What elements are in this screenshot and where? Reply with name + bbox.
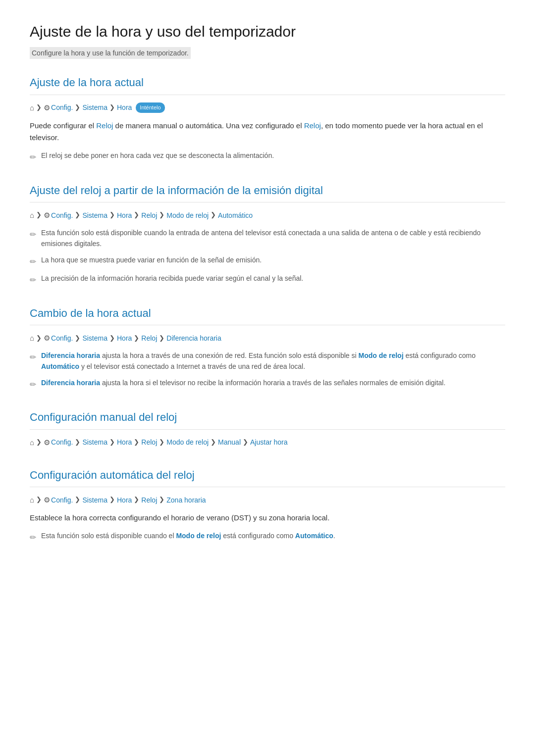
arrow-2-2: ❯ — [75, 210, 80, 220]
pencil-icon-2-3: ✏ — [30, 274, 36, 287]
breadcrumb-4: ⌂ ❯ ⚙ Config. ❯ Sistema ❯ Hora ❯ Reloj ❯… — [30, 437, 505, 449]
note-1-1: ✏ El reloj se debe poner en hora cada ve… — [30, 150, 505, 164]
breadcrumb-hora-1[interactable]: Hora — [117, 102, 132, 113]
breadcrumb-reloj-5[interactable]: Reloj — [141, 495, 157, 505]
note-5-1: ✏ Esta función solo está disponible cuan… — [30, 530, 505, 544]
note-3-2: ✏ Diferencia horaria ajusta la hora si e… — [30, 377, 505, 391]
arrow-4-1: ❯ — [36, 437, 42, 448]
arrow-2-6: ❯ — [211, 210, 216, 220]
breadcrumb-config-4[interactable]: Config. — [51, 437, 73, 448]
pencil-icon-1: ✏ — [30, 151, 36, 164]
arrow-icon-3: ❯ — [109, 102, 115, 113]
breadcrumb-hora-5[interactable]: Hora — [117, 495, 132, 505]
gear-icon-4: ⚙ — [44, 437, 50, 449]
gear-icon-5: ⚙ — [44, 494, 50, 506]
arrow-2-5: ❯ — [159, 210, 164, 220]
home-icon-2: ⌂ — [30, 209, 34, 221]
breadcrumb-manual-4[interactable]: Manual — [218, 437, 241, 448]
pencil-icon-5-1: ✏ — [30, 531, 36, 544]
breadcrumb-ajustar-hora-4[interactable]: Ajustar hora — [250, 437, 287, 448]
arrow-5-1: ❯ — [36, 495, 42, 505]
gear-icon-2: ⚙ — [44, 209, 50, 221]
breadcrumb-config-5[interactable]: Config. — [51, 495, 73, 505]
section-config-automatica-reloj: Configuración automática del reloj ⌂ ❯ ⚙… — [30, 466, 505, 544]
home-icon-4: ⌂ — [30, 437, 34, 449]
breadcrumb-config-2[interactable]: Config. — [51, 210, 73, 221]
arrow-5-2: ❯ — [75, 495, 80, 505]
page-title: Ajuste de la hora y uso del temporizador — [30, 20, 505, 44]
gear-icon-3: ⚙ — [44, 332, 50, 344]
breadcrumb-sistema-2[interactable]: Sistema — [82, 210, 107, 221]
breadcrumb-reloj-2[interactable]: Reloj — [141, 210, 157, 221]
breadcrumb-modo-reloj-2[interactable]: Modo de reloj — [166, 210, 209, 221]
breadcrumb-3: ⌂ ❯ ⚙ Config. ❯ Sistema ❯ Hora ❯ Reloj ❯… — [30, 332, 505, 344]
note-text-2-3: La precisión de la información horaria r… — [41, 273, 505, 284]
home-icon-5: ⌂ — [30, 494, 34, 506]
link-diferencia-2[interactable]: Diferencia horaria — [41, 379, 100, 387]
breadcrumb-reloj-4[interactable]: Reloj — [141, 437, 157, 448]
arrow-4-4: ❯ — [134, 437, 139, 448]
link-automatico-5[interactable]: Automático — [295, 532, 333, 540]
breadcrumb-sistema-5[interactable]: Sistema — [82, 495, 107, 505]
arrow-4-2: ❯ — [75, 437, 80, 448]
breadcrumb-automatico-2[interactable]: Automático — [218, 210, 253, 221]
link-automatico-3[interactable]: Automático — [41, 362, 79, 370]
breadcrumb-sistema-3[interactable]: Sistema — [82, 333, 107, 344]
section-title-2: Ajuste del reloj a partir de la informac… — [30, 182, 505, 202]
arrow-5-5: ❯ — [159, 495, 164, 505]
pencil-icon-3-2: ✏ — [30, 378, 36, 391]
note-text-2-2: La hora que se muestra puede variar en f… — [41, 254, 505, 265]
breadcrumb-5: ⌂ ❯ ⚙ Config. ❯ Sistema ❯ Hora ❯ Reloj ❯… — [30, 494, 505, 506]
body-text-1: Puede configurar el Reloj de manera manu… — [30, 120, 505, 145]
pencil-icon-2-1: ✏ — [30, 228, 36, 241]
note-3-1: ✏ Diferencia horaria ajusta la hora a tr… — [30, 350, 505, 372]
arrow-2-4: ❯ — [134, 210, 139, 220]
section-ajuste-reloj-digital: Ajuste del reloj a partir de la informac… — [30, 182, 505, 287]
arrow-3-2: ❯ — [75, 333, 80, 344]
home-icon-3: ⌂ — [30, 332, 34, 344]
section-title-3: Cambio de la hora actual — [30, 304, 505, 325]
arrow-4-3: ❯ — [109, 437, 115, 448]
arrow-2-3: ❯ — [109, 210, 115, 220]
link-modo-reloj-5[interactable]: Modo de reloj — [176, 532, 221, 540]
note-2-2: ✏ La hora que se muestra puede variar en… — [30, 254, 505, 268]
arrow-icon-2: ❯ — [75, 102, 80, 113]
breadcrumb-2: ⌂ ❯ ⚙ Config. ❯ Sistema ❯ Hora ❯ Reloj ❯… — [30, 209, 505, 221]
section-cambio-hora-actual: Cambio de la hora actual ⌂ ❯ ⚙ Config. ❯… — [30, 304, 505, 391]
breadcrumb-hora-4[interactable]: Hora — [117, 437, 132, 448]
pencil-icon-2-2: ✏ — [30, 255, 36, 268]
section-title-1: Ajuste de la hora actual — [30, 74, 505, 95]
breadcrumb-sistema-1[interactable]: Sistema — [82, 102, 107, 113]
breadcrumb-zona-horaria-5[interactable]: Zona horaria — [166, 495, 206, 505]
note-text-3-2: Diferencia horaria ajusta la hora si el … — [41, 377, 505, 388]
arrow-3-3: ❯ — [109, 333, 115, 344]
section-config-manual-reloj: Configuración manual del reloj ⌂ ❯ ⚙ Con… — [30, 408, 505, 448]
breadcrumb-hora-2[interactable]: Hora — [117, 210, 132, 221]
breadcrumb-config-3[interactable]: Config. — [51, 333, 73, 344]
link-reloj-2[interactable]: Reloj — [304, 121, 321, 130]
note-text-5-1: Esta función solo está disponible cuando… — [41, 530, 505, 541]
note-text-1-1: El reloj se debe poner en hora cada vez … — [41, 150, 505, 161]
arrow-2-1: ❯ — [36, 210, 42, 220]
breadcrumb-hora-3[interactable]: Hora — [117, 333, 132, 344]
try-it-badge[interactable]: Inténtelo — [136, 102, 164, 113]
section-title-4: Configuración manual del reloj — [30, 408, 505, 429]
breadcrumb-reloj-3[interactable]: Reloj — [141, 333, 157, 344]
note-2-1: ✏ Esta función solo está disponible cuan… — [30, 227, 505, 250]
breadcrumb-config-1[interactable]: Config. — [51, 102, 73, 113]
arrow-4-6: ❯ — [211, 437, 216, 448]
breadcrumb-diferencia-3[interactable]: Diferencia horaria — [166, 333, 221, 344]
breadcrumb-modo-reloj-4[interactable]: Modo de reloj — [166, 437, 209, 448]
link-diferencia-1[interactable]: Diferencia horaria — [41, 352, 100, 359]
section-title-5: Configuración automática del reloj — [30, 466, 505, 487]
note-text-3-1: Diferencia horaria ajusta la hora a trav… — [41, 350, 505, 372]
link-modo-reloj-3[interactable]: Modo de reloj — [359, 352, 404, 359]
gear-icon-1: ⚙ — [44, 102, 50, 114]
body-text-5: Establece la hora correcta configurando … — [30, 512, 505, 524]
arrow-icon-1: ❯ — [36, 102, 42, 113]
link-reloj-1[interactable]: Reloj — [96, 121, 113, 130]
breadcrumb-sistema-4[interactable]: Sistema — [82, 437, 107, 448]
home-icon: ⌂ — [30, 102, 34, 114]
arrow-3-1: ❯ — [36, 333, 42, 344]
arrow-4-5: ❯ — [159, 437, 164, 448]
